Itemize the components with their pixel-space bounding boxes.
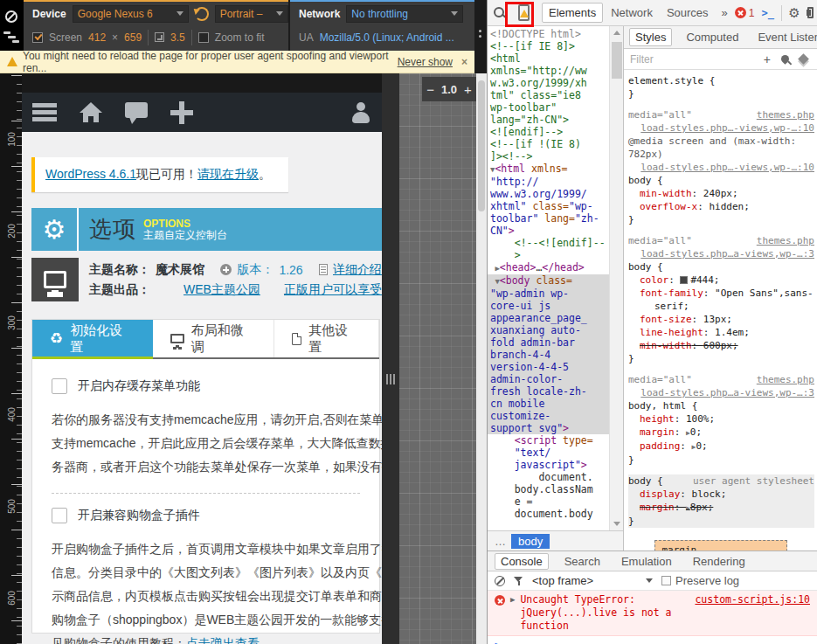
sidebar-tab-computed[interactable]: Computed [681,29,744,45]
dom-tree-line[interactable]: ▼<body class= [488,274,609,287]
screen-width-value[interactable]: 412 [88,31,106,44]
box-model-margin[interactable]: margin – border – [654,540,787,551]
stylesheet-link[interactable]: themes.php [757,108,814,121]
scrollbar-thumb[interactable] [612,42,622,79]
dom-tree-line[interactable]: <script type= [488,434,609,447]
console-tab-emulation[interactable]: Emulation [616,554,677,569]
workspace-scrollbar[interactable] [476,73,487,644]
css-property[interactable]: padding: ▶0; [628,440,814,454]
more-tabs-icon[interactable]: » [722,6,728,19]
sidebar-tab-styles[interactable]: Styles [629,28,672,46]
rule-selector[interactable]: element.style { [628,74,814,87]
device-mode-icon[interactable] [518,4,530,21]
new-content-icon[interactable] [170,101,193,124]
memcache-checkbox[interactable] [52,378,67,394]
dom-tree-line[interactable]: w.w3.org/1999/xh [488,77,609,89]
shopbox-checkbox[interactable] [52,508,67,523]
upgrade-now-link[interactable]: 请现在升级 [197,167,259,181]
dom-tree-line[interactable]: fold admin-bar [488,336,609,349]
toggle-element-state-icon[interactable] [798,53,809,65]
stylesheet-link[interactable]: themes.php [757,373,814,386]
details-link[interactable]: 详细介绍 [333,262,382,278]
dom-tree-line[interactable]: lang="zh-CN"> [488,114,609,126]
rule-selector[interactable]: body, html { [628,399,814,412]
frame-context-select[interactable]: <top frame> [532,574,653,587]
viewport-resize-handle[interactable] [382,73,399,644]
filter-input[interactable]: Filter [630,53,764,66]
rotate-icon[interactable] [195,7,209,21]
home-icon[interactable] [80,102,102,123]
dom-tree-line[interactable]: ]><!--> [488,150,609,163]
dom-tree-line[interactable]: "text/ [488,447,609,459]
dom-tree-line[interactable]: <![endif]--> [488,126,609,138]
dom-tree-line[interactable]: document. [488,471,609,483]
settings-gear-icon[interactable]: ⚙ [788,5,800,21]
comments-icon[interactable] [125,102,148,123]
preserve-log-checkbox[interactable] [661,576,671,585]
css-property[interactable]: display: block; [628,488,814,501]
css-property[interactable]: height: 100%; [628,412,814,426]
dom-tree-line[interactable]: ▼<html xmlns= [488,163,609,176]
console-prompt[interactable]: > [488,636,817,644]
toolbar-overflow-icon[interactable] [479,30,481,40]
css-property[interactable]: line-height: 1.4em; [628,326,814,339]
stylesheet-link[interactable]: load-styles.php…-views,wp-…:10 [640,122,814,134]
dom-tree-line[interactable]: CN"> [488,225,609,237]
css-property[interactable]: font-family: "Open Sans",sans-serif; [628,287,814,313]
dom-tree-line[interactable]: javascript"> [488,459,609,471]
console-tab-search[interactable]: Search [559,554,606,569]
disable-icon[interactable] [5,10,17,23]
dom-tree-line[interactable]: <!--[if !(IE 8) [488,138,609,150]
vendor-link[interactable]: WEB主题公园 [183,282,260,298]
css-property[interactable]: margin: ▶8px; [628,501,814,515]
never-show-link[interactable]: Never show [398,56,453,68]
zoom-in-button[interactable]: + [464,82,472,97]
devtools-tab-network[interactable]: Network [605,3,659,22]
dom-tree-line[interactable]: "wp-admin wp- [488,287,609,300]
toggle-console-icon[interactable]: >_ [762,7,774,19]
popup-view-link[interactable]: 点击弹出查看 [186,636,260,644]
dom-tree-line[interactable]: <!DOCTYPE html> [488,28,609,40]
stylesheet-link[interactable]: load-styles.php…a-views,wp-…:3 [640,248,814,260]
dom-tree-line[interactable]: > [488,249,609,261]
element-state-pin-icon[interactable] [779,53,791,65]
license-link[interactable]: 正版用户可以享受 [284,282,382,298]
dpr-value[interactable]: 3.5 [170,31,185,44]
dom-tree-line[interactable]: xhtml" class="wp- [488,200,609,212]
dom-tree-line[interactable]: "http:// [488,176,609,188]
dom-tree-line[interactable]: e = [488,495,609,508]
wordpress-version-link[interactable]: WordPress 4.6.1 [45,167,136,181]
dom-tree-line[interactable]: version-4-4-5 [488,361,609,373]
dock-side-icon[interactable] [807,7,814,18]
dom-tree-line[interactable]: branch-4-4 [488,349,609,361]
css-property[interactable]: color: #444; [628,274,814,287]
close-icon[interactable]: × [461,56,467,68]
css-property[interactable]: margin: ▶0; [628,426,814,440]
user-avatar-icon[interactable] [350,102,371,123]
dom-tree-line[interactable]: xmlns="http://ww [488,65,609,77]
breadcrumb-ellipsis[interactable]: … [495,535,506,548]
dom-tree-line[interactable]: appearance_page_ [488,312,609,324]
console-tab-rendering[interactable]: Rendering [688,554,751,569]
inspect-element-icon[interactable] [493,6,506,19]
dom-tree-line[interactable]: cn mobile [488,398,609,410]
stylesheet-link[interactable]: load-styles.php…a-views,wp-…:3 [640,387,814,398]
orientation-select[interactable]: Portrait – [215,5,288,23]
rule-selector[interactable]: body { [628,174,814,187]
dom-tree-line[interactable]: toolbar" lang="zh- [488,212,609,225]
devtools-tab-sources[interactable]: Sources [661,3,715,22]
dom-tree-line[interactable]: <!--[if IE 8]> [488,40,609,52]
dom-tree-line[interactable]: core-ui js [488,300,609,312]
dom-tree-line[interactable]: wp-toolbar" [488,101,609,114]
filter-icon[interactable] [514,576,523,585]
screen-checkbox[interactable] [32,32,43,43]
stylesheet-link[interactable]: load-styles.php…-views,wp-…:10 [640,162,814,173]
dom-tree-line[interactable]: document.body [488,508,609,520]
css-property[interactable]: font-size: 13px; [628,313,814,326]
tab-初始化设置[interactable]: 初始化设置 [32,320,153,357]
zoom-out-button[interactable]: − [426,82,434,97]
dom-tree-line[interactable]: fresh locale-zh- [488,385,609,398]
resize-grip-icon[interactable] [386,374,395,384]
sidebar-tab-event-listeners[interactable]: Event Listeners [752,29,817,45]
stylesheet-link[interactable]: themes.php [757,234,814,247]
